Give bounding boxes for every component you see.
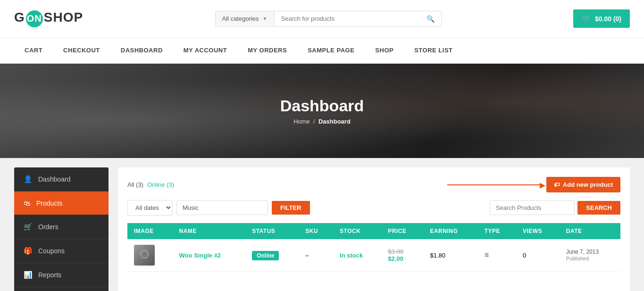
sidebar-item-products[interactable]: 🛍 Products	[14, 191, 109, 215]
product-image-inner	[134, 245, 155, 266]
product-type-cell: ≡	[478, 239, 516, 272]
col-stock: STOCK	[333, 223, 381, 239]
category-label: All categories	[222, 15, 259, 22]
sidebar-item-dashboard[interactable]: 👤 Dashboard	[14, 167, 109, 191]
nav-item-dashboard[interactable]: DASHBOARD	[110, 37, 173, 63]
sidebar-item-orders[interactable]: 🛒 Orders	[14, 215, 109, 239]
arrow-indicator	[447, 184, 542, 185]
product-date-status: Published	[566, 256, 589, 261]
product-type-icon: ≡	[485, 251, 489, 259]
product-image	[134, 245, 155, 266]
product-thumbnail	[137, 248, 151, 262]
logo[interactable]: GONSHOP	[14, 10, 83, 27]
filter-header: All (3) Online (3) 🏷 Add new product	[127, 177, 620, 192]
arrow-line	[447, 184, 542, 185]
breadcrumb-current: Dashboard	[318, 118, 351, 125]
orders-icon: 🛒	[24, 223, 33, 231]
sidebar-label-dashboard: Dashboard	[38, 175, 71, 183]
nav-item-store-list[interactable]: STORE LIST	[404, 37, 463, 63]
col-status: STATUS	[245, 223, 299, 239]
filter-counts: All (3) Online (3)	[127, 181, 174, 188]
svg-rect-1	[141, 256, 143, 259]
sidebar: 👤 Dashboard 🛍 Products 🛒 Orders 🎁 Coupon…	[14, 167, 109, 291]
cart-total: $0.00 (0)	[595, 15, 621, 23]
product-image-cell	[127, 239, 172, 272]
product-sku-cell: –	[299, 239, 333, 272]
category-filter[interactable]	[176, 200, 268, 215]
col-earning: EARNING	[423, 223, 477, 239]
sidebar-label-orders: Orders	[38, 223, 59, 231]
product-price-cell: $3.00 $2.00	[381, 239, 423, 272]
add-product-label: Add new product	[563, 181, 613, 188]
search-input[interactable]	[275, 11, 420, 26]
col-sku: SKU	[299, 223, 333, 239]
table-header: IMAGE NAME STATUS SKU STOCK PRICE EARNIN…	[127, 223, 620, 239]
dashboard-icon: 👤	[24, 175, 33, 183]
col-image: IMAGE	[127, 223, 172, 239]
product-price-new: $2.00	[388, 255, 403, 262]
filter-row: All dates FILTER SEARCH	[127, 200, 620, 216]
filter-button[interactable]: FILTER	[272, 201, 310, 215]
product-name-link[interactable]: Woo Single #2	[179, 252, 221, 259]
cart-icon: 🛒	[582, 14, 591, 23]
all-count: All (3)	[127, 181, 143, 188]
sidebar-item-reports[interactable]: 📊 Reports	[14, 263, 109, 287]
col-price: PRICE	[381, 223, 423, 239]
sidebar-label-coupons: Coupons	[38, 247, 65, 255]
product-earning-cell: $1.80	[423, 239, 477, 272]
product-earning: $1.80	[430, 252, 445, 259]
products-icon: 🛍	[24, 199, 31, 207]
add-product-button[interactable]: 🏷 Add new product	[546, 177, 620, 192]
header: GONSHOP All categories ▼ 🔍 🛒 $0.00 (0)	[0, 0, 644, 38]
product-date-cell: June 7, 2013 Published	[560, 239, 620, 272]
add-product-area: 🏷 Add new product	[447, 177, 620, 192]
product-views: 0	[523, 252, 526, 259]
sidebar-label-products: Products	[36, 200, 62, 207]
nav-item-cart[interactable]: CART	[14, 37, 53, 63]
nav-item-sample-page[interactable]: SAMPLE PAGE	[297, 37, 365, 63]
breadcrumb-home[interactable]: Home	[293, 118, 310, 125]
product-stock-cell: In stock	[333, 239, 381, 272]
search-products-button[interactable]: SEARCH	[577, 201, 620, 215]
date-filter[interactable]: All dates	[127, 200, 173, 216]
status-badge: Online	[252, 251, 279, 260]
reports-icon: 📊	[24, 271, 33, 279]
col-type: TYPE	[478, 223, 516, 239]
nav-item-my-account[interactable]: MY ACCOUNT	[173, 37, 237, 63]
add-product-icon: 🏷	[554, 181, 560, 188]
sidebar-label-reports: Reports	[38, 271, 61, 279]
table-body: Woo Single #2 Online – In stock $3.00 $2…	[127, 239, 620, 272]
svg-rect-2	[146, 256, 148, 259]
col-date: DATE	[560, 223, 620, 239]
breadcrumb: Home / Dashboard	[293, 118, 351, 125]
sidebar-item-coupons[interactable]: 🎁 Coupons	[14, 239, 109, 263]
coupons-icon: 🎁	[24, 247, 33, 255]
product-status-cell: Online	[245, 239, 299, 272]
product-search-area: SEARCH	[490, 200, 620, 215]
content-area: All (3) Online (3) 🏷 Add new product All…	[118, 167, 630, 291]
col-views: VIEWS	[516, 223, 560, 239]
product-views-cell: 0	[516, 239, 560, 272]
product-name-cell: Woo Single #2	[172, 239, 245, 272]
nav-item-shop[interactable]: SHOP	[365, 37, 404, 63]
nav-item-my-orders[interactable]: MY ORDERS	[237, 37, 297, 63]
category-dropdown[interactable]: All categories ▼	[216, 11, 275, 26]
search-bar: All categories ▼ 🔍	[215, 11, 442, 27]
search-products-input[interactable]	[490, 200, 575, 215]
product-date: June 7, 2013	[566, 249, 599, 255]
col-name: NAME	[172, 223, 245, 239]
hero-title: Dashboard	[280, 97, 364, 115]
chevron-down-icon: ▼	[263, 16, 268, 21]
product-price-old: $3.00	[388, 248, 417, 255]
online-count-link[interactable]: Online (3)	[147, 181, 174, 188]
main-content: 👤 Dashboard 🛍 Products 🛒 Orders 🎁 Coupon…	[0, 158, 644, 291]
nav-item-checkout[interactable]: CHECKOUT	[53, 37, 110, 63]
search-icon[interactable]: 🔍	[420, 11, 441, 26]
product-stock: In stock	[340, 252, 363, 259]
product-sku: –	[305, 252, 309, 259]
hero-banner: Dashboard Home / Dashboard	[0, 64, 644, 158]
products-table: IMAGE NAME STATUS SKU STOCK PRICE EARNIN…	[127, 223, 620, 272]
table-row: Woo Single #2 Online – In stock $3.00 $2…	[127, 239, 620, 272]
cart-button[interactable]: 🛒 $0.00 (0)	[573, 9, 630, 28]
main-nav: CART CHECKOUT DASHBOARD MY ACCOUNT MY OR…	[0, 38, 644, 64]
